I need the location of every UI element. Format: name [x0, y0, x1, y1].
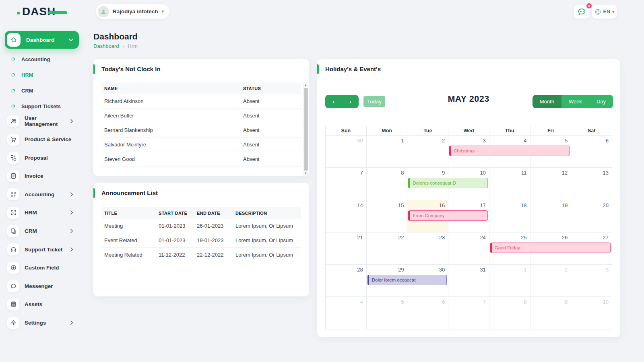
calendar-day-cell[interactable]: 28 [326, 265, 367, 297]
chevron-right-icon [70, 192, 73, 197]
calendar-day-cell[interactable]: 9 [530, 297, 572, 329]
bullet-icon [11, 58, 15, 61]
chevron-right-icon [70, 210, 73, 215]
calendar-day-cell[interactable]: 5 [367, 297, 408, 329]
calendar-day-cell[interactable]: 31 [448, 265, 489, 297]
calendar-day-cell[interactable]: 30 [326, 136, 367, 168]
calendar-day-cell[interactable]: 10 [571, 297, 612, 329]
announcement-table-header: TITLE START DATE END DATE DESCRIPTION [101, 207, 301, 219]
calendar-day-cell[interactable]: 23 [407, 232, 448, 265]
calendar-day-cell[interactable]: 2 [530, 265, 572, 297]
sidebar-dashboard-submenu: AccountingHRMCRMSupport Tickets [0, 51, 85, 114]
calendar-day-cell[interactable]: 1 [367, 136, 408, 168]
sidebar-item-assets[interactable]: Assets [0, 298, 85, 311]
day-header-sat: Sat [571, 126, 612, 136]
sidebar-item-invoice[interactable]: Invoice [0, 170, 85, 182]
sidebar-item-settings[interactable]: Settings [0, 317, 85, 329]
calendar-day-cell[interactable]: 12 [530, 168, 572, 200]
sidebar-item-label: Dashboard [26, 37, 69, 43]
calendar-event[interactable]: From Company [408, 210, 487, 221]
view-month-button[interactable]: Month [533, 95, 561, 108]
calendar-event[interactable]: Christmas [449, 146, 570, 156]
table-row: Richard AtkinsonAbsent [101, 94, 301, 109]
logo-dash-bar [48, 11, 67, 14]
view-week-button[interactable]: Week [561, 95, 589, 108]
chevron-down-icon [69, 39, 73, 41]
sidebar-subitem-hrm[interactable]: HRM [0, 67, 85, 83]
view-day-button[interactable]: Day [589, 95, 613, 108]
calendar-day-cell[interactable]: 6 [571, 136, 612, 168]
calendar-day-cell[interactable]: 8 [367, 168, 408, 200]
scrollbar[interactable]: ▲ ▼ [303, 82, 308, 176]
scroll-up-icon[interactable]: ▲ [303, 82, 308, 88]
clockin-card-title: Today's Not Clock In [101, 66, 161, 72]
table-row: Salvador McintyreAbsent [101, 138, 301, 152]
calendar-day-cell[interactable]: 11 [489, 168, 530, 200]
calendar-event[interactable]: Good Friday [490, 243, 611, 253]
cell-status: Absent [240, 113, 301, 119]
sidebar-subitem-crm[interactable]: CRM [0, 83, 85, 99]
chevron-right-icon [70, 321, 73, 325]
sidebar-item-label: Invoice [25, 173, 85, 179]
company-selector[interactable]: Rajodiya infotech ▾ [96, 4, 169, 19]
calendar-day-cell[interactable]: 18 [489, 200, 530, 232]
calendar-card-title: Holiday's & Event's [325, 66, 381, 72]
language-selector[interactable]: EN ▾ [592, 5, 617, 19]
sidebar-subitem-accounting[interactable]: Accounting [0, 51, 85, 67]
messages-button[interactable]: 0 [574, 5, 590, 19]
chevron-down-icon: ▾ [162, 9, 164, 14]
calendar-day-cell[interactable]: 15 [367, 200, 408, 232]
breadcrumb-link[interactable]: Dashboard [93, 43, 119, 49]
cell-title: Meeting [101, 223, 156, 229]
breadcrumb-separator-icon: › [123, 44, 124, 49]
sidebar-item-proposal[interactable]: Proposal [0, 152, 85, 164]
calendar-event[interactable]: Dolores consequat D [408, 178, 487, 188]
sidebar-item-label: CRM [25, 228, 70, 234]
calendar-day-cell[interactable]: 1 [489, 265, 530, 297]
calendar-day-cell[interactable]: 6 [407, 297, 448, 329]
calendar-day-cell[interactable]: 13 [571, 168, 612, 200]
calendar-day-cell[interactable]: 20 [571, 200, 612, 232]
column-header-start-date: START DATE [156, 211, 194, 216]
scrollbar-thumb[interactable] [304, 88, 308, 171]
sidebar-item-label: Accounting [25, 191, 70, 197]
table-row: Meeting Related11-12-202222-12-2022Lorem… [101, 248, 301, 262]
scroll-down-icon[interactable]: ▼ [303, 171, 308, 176]
cell-name: Bernard Blankenship [101, 127, 240, 133]
users-icon [7, 115, 19, 127]
calendar-event[interactable]: Dolor lorem occaecat [367, 275, 447, 285]
announcement-card: Announcement List TITLE START DATE END D… [93, 183, 309, 296]
cell-name: Steven Good [101, 156, 240, 162]
calendar-day-cell[interactable]: 21 [326, 232, 367, 265]
sidebar-item-label: User Management [25, 115, 70, 127]
sidebar-item-hrm[interactable]: HRM [0, 207, 85, 219]
sidebar-item-crm[interactable]: CRM [0, 225, 85, 237]
clockin-card: Today's Not Clock In NAME STATUS Richard… [93, 59, 309, 176]
calendar-day-cell[interactable]: 8 [489, 297, 530, 329]
column-header-name: NAME [101, 86, 240, 91]
calendar-day-cell[interactable]: 7 [326, 168, 367, 200]
sidebar-subitem-support-tickets[interactable]: Support Tickets [0, 99, 85, 114]
sidebar-item-dashboard[interactable]: Dashboard [5, 31, 79, 49]
calendar-day-cell[interactable]: 4 [326, 297, 367, 329]
cell-description: Lorem Ipsum, Or Lipsum [233, 237, 301, 243]
company-avatar-icon [98, 6, 109, 17]
calendar-grid: SunMonTueWedThuFriSat 301234567891011121… [325, 126, 612, 329]
app-logo[interactable]: DASH [22, 5, 66, 21]
calendar-day-cell[interactable]: 22 [367, 232, 408, 265]
calendar-day-cell[interactable]: 3 [571, 265, 612, 297]
sidebar-item-user-management[interactable]: User Management [0, 115, 85, 127]
calendar-day-cell[interactable]: 19 [530, 200, 572, 232]
sidebar-item-accounting[interactable]: Accounting [0, 188, 85, 200]
sidebar-item-product-service[interactable]: Product & Service [0, 134, 85, 146]
sidebar-item-custom-field[interactable]: Custom Field [0, 262, 85, 274]
calendar-day-cell[interactable]: 2 [407, 136, 448, 168]
cell-description: Lorem Ipsum, Or Lipsum [233, 252, 301, 258]
cell-status: Absent [240, 142, 301, 148]
sidebar-item-support-ticket[interactable]: Support Ticket [0, 243, 85, 255]
calendar-day-cell[interactable]: 24 [448, 232, 489, 265]
cell-start-date: 11-12-2022 [156, 252, 194, 258]
calendar-day-cell[interactable]: 14 [326, 200, 367, 232]
sidebar-item-messenger[interactable]: Messenger [0, 280, 85, 292]
calendar-day-cell[interactable]: 7 [448, 297, 489, 329]
